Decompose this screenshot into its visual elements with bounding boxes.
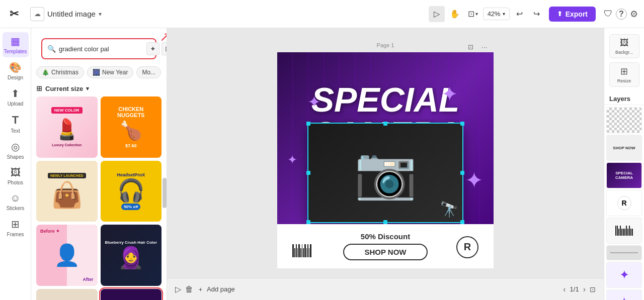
sidebar-item-design[interactable]: 🎨 Design	[3, 58, 29, 83]
bag-icon: 👜	[51, 180, 83, 210]
new-year-emoji: 🎆	[93, 69, 100, 76]
sidebar-item-stickers[interactable]: ☺ Stickers	[3, 189, 29, 214]
layer-item-registered[interactable]: R	[606, 190, 642, 216]
title-area: ☁ Untitled image ▾	[30, 7, 102, 21]
sidebar-item-frames[interactable]: ⊞ Frames	[3, 215, 29, 240]
layer-item-barcode[interactable]	[606, 218, 642, 244]
logo-button[interactable]: ✂	[6, 6, 22, 22]
search-action-magic-button[interactable]: ✦	[146, 42, 159, 55]
tab-more[interactable]: Mo...	[136, 66, 161, 78]
sidebar-item-upload[interactable]: ⬆ Upload	[3, 84, 29, 110]
search-icon: 🔍	[47, 45, 56, 53]
undo-button[interactable]: ↩	[512, 6, 528, 22]
resize-button[interactable]: ⊞ Resize	[609, 62, 639, 87]
barcode	[292, 244, 311, 257]
layer-item-background[interactable]	[606, 107, 642, 133]
view-tool-button[interactable]: ⊡ ▾	[465, 6, 481, 22]
camera-box: 📷 🔭	[307, 123, 463, 223]
layer-sparkle-large-icon: ✦	[618, 294, 630, 301]
template-card-before-after[interactable]: 👤 Before ✦ After	[36, 225, 98, 286]
layer-item-divider[interactable]	[606, 245, 642, 260]
share-icon: ⬆	[557, 10, 562, 18]
select-tool-button[interactable]: ▷	[429, 6, 445, 22]
resize-icon: ⊞	[620, 66, 628, 77]
design-icon: 🎨	[9, 61, 22, 73]
camera-image-area[interactable]: 📷 🔭	[307, 123, 463, 223]
page-copy-button[interactable]: ⊡	[464, 41, 476, 53]
icon-rail: ▦ Templates 🎨 Design ⬆ Upload T Text ◎ S…	[0, 28, 31, 300]
category-tabs: 🎄 Christmas 🎆 New Year Mo...	[31, 66, 167, 82]
next-page-button[interactable]: ›	[583, 285, 586, 294]
templates-icon: ▦	[11, 35, 20, 47]
view-chevron-icon: ▾	[475, 11, 478, 17]
chicken-icon: 🍗	[120, 120, 142, 141]
settings-icon[interactable]: ⚙	[630, 9, 638, 20]
template-card-camera[interactable]: SPECIAL CAMERA 📷 50% Discount · SHOP NOW…	[101, 289, 162, 301]
delete-icon[interactable]: 🗑	[185, 285, 193, 294]
sidebar-item-shapes[interactable]: ◎ Shapes	[3, 138, 29, 163]
template-card-headset[interactable]: HeadsetProX 🎧 50% off	[101, 161, 162, 222]
layer-item-sparkle-sm[interactable]: ✦	[606, 262, 642, 288]
template-card-bag[interactable]: NEWLY LAUNCHED 👜	[36, 161, 98, 222]
animation-icon[interactable]: ▷	[175, 284, 181, 294]
layers-title: Layers	[604, 91, 644, 105]
background-button[interactable]: 🖼 Backgr...	[609, 34, 639, 58]
tab-christmas[interactable]: 🎄 Christmas	[36, 66, 84, 78]
after-label: After	[83, 277, 93, 282]
chicken-title: CHICKEN NUGGETS	[105, 106, 158, 118]
stickers-icon: ☺	[10, 192, 20, 204]
template-card-lipstick[interactable]: NEW COLOR 💄 Luxury Collection	[36, 96, 98, 158]
layer-barcode	[615, 226, 633, 236]
add-page-button[interactable]: ＋ Add page	[197, 285, 235, 294]
photos-icon: 🖼	[11, 167, 21, 178]
left-panel: 🔍 ✦ ⊟ ↗ 🎄 Christmas 🎆 New Year Mo...	[31, 28, 167, 300]
hand-tool-button[interactable]: ✋	[447, 6, 463, 22]
plus-icon: ＋	[197, 285, 204, 294]
topbar-icons: 🛡 ? ⚙	[604, 9, 638, 20]
page-navigation: ‹ 1/1 › ⊡	[563, 285, 596, 294]
camera-emoji: 📷	[354, 143, 417, 203]
zoom-control[interactable]: 42% ▾	[483, 8, 510, 20]
canvas-wrapper[interactable]: Page 1 ⊡ ··· ✦ ✦ ✦ ✦ SPECIAL CAMERA	[167, 28, 604, 278]
headset-badge: 50% off	[121, 204, 140, 210]
canvas-bottom-bar: 50% Discount SHOP NOW	[277, 224, 494, 268]
page-options: ⊡ ···	[464, 41, 491, 53]
layer-special-camera-text: SPECIAL CAMERA	[608, 171, 640, 180]
sidebar-item-templates[interactable]: ▦ Templates	[3, 32, 29, 57]
search-filter-button[interactable]: ⊟	[162, 42, 167, 55]
right-panel-header: 🖼 Backgr... ⊞ Resize	[604, 28, 644, 91]
scroll-indicator	[163, 178, 167, 208]
expand-icon[interactable]: ⊡	[590, 285, 596, 293]
layer-item-special-camera[interactable]: SPECIAL CAMERA	[606, 162, 642, 188]
title-chevron-icon[interactable]: ▾	[99, 11, 102, 18]
prev-page-button[interactable]: ‹	[563, 285, 566, 294]
layers-list: SHOP NOW SPECIAL CAMERA R	[604, 105, 644, 300]
shield-icon[interactable]: 🛡	[604, 9, 613, 19]
main-layout: ▦ Templates 🎨 Design ⬆ Upload T Text ◎ S…	[0, 28, 644, 300]
search-input[interactable]	[59, 45, 143, 53]
template-card-chicken[interactable]: CHICKEN NUGGETS 🍗 $7.60	[101, 96, 162, 158]
headset-title: HeadsetProX	[117, 172, 145, 177]
text-icon: T	[12, 114, 19, 127]
layer-item-sparkle-lg[interactable]: ✦	[606, 289, 642, 300]
layer-item-shop-now[interactable]: SHOP NOW	[606, 135, 642, 161]
page-more-button[interactable]: ···	[478, 41, 491, 53]
help-icon[interactable]: ?	[616, 9, 627, 20]
tab-new-year[interactable]: 🎆 New Year	[87, 66, 133, 78]
canvas-design[interactable]: ✦ ✦ ✦ ✦ SPECIAL CAMERA 📷 🔭	[277, 52, 494, 268]
cloud-upload-icon[interactable]: ☁	[30, 7, 44, 21]
export-button[interactable]: ⬆ Export	[549, 7, 596, 22]
size-selector[interactable]: ⊞ Current size ▾	[31, 82, 167, 96]
canvas-tools: ▷ ✋ ⊡ ▾ 42% ▾ ↩ ↪	[429, 6, 545, 22]
layer-shop-now-text: SHOP NOW	[613, 146, 635, 150]
template-card-sofa[interactable]: MODERN SOFA 🛋 35% OFF Shop Now	[36, 289, 98, 301]
grid-icon: ⊞	[36, 84, 42, 92]
template-card-hair[interactable]: Blueberry Crush Hair Color 🧕	[101, 225, 162, 286]
face-icon: 👤	[54, 243, 80, 267]
sidebar-item-photos[interactable]: 🖼 Photos	[3, 164, 29, 188]
right-panel: 🖼 Backgr... ⊞ Resize Layers SHOP NOW SPE…	[604, 28, 644, 300]
document-title[interactable]: Untitled image	[47, 10, 96, 18]
sidebar-item-text[interactable]: T Text	[3, 111, 29, 137]
redo-button[interactable]: ↪	[529, 6, 545, 22]
shop-now-button[interactable]: SHOP NOW	[343, 244, 427, 260]
